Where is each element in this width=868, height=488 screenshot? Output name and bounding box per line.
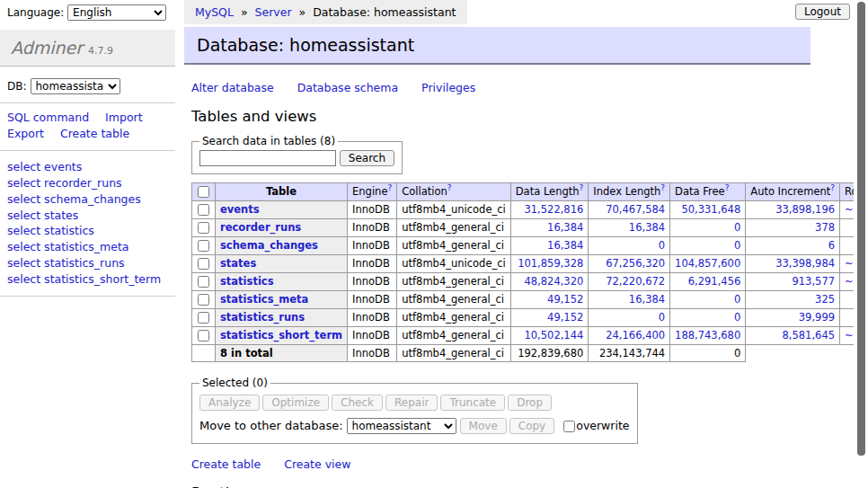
index-length-link[interactable]: 16,384 xyxy=(629,221,665,234)
scrollbar-track[interactable] xyxy=(854,0,868,488)
scrollbar-thumb[interactable] xyxy=(857,2,865,456)
index-length-link[interactable]: 0 xyxy=(659,311,665,324)
row-checkbox[interactable] xyxy=(198,240,209,252)
breadcrumb-link-mysql[interactable]: MySQL xyxy=(195,5,234,19)
index-length-link[interactable]: 72,220,672 xyxy=(606,275,665,288)
language-select[interactable]: English xyxy=(67,4,166,21)
overwrite-checkbox[interactable] xyxy=(563,421,575,432)
row-checkbox[interactable] xyxy=(198,222,209,234)
data-free-link[interactable]: 6,291,456 xyxy=(688,275,741,288)
search-button[interactable]: Search xyxy=(340,150,394,166)
move-button[interactable]: Move xyxy=(460,418,507,434)
help-icon[interactable]: ? xyxy=(580,183,584,192)
row-checkbox[interactable] xyxy=(198,258,209,270)
table-link[interactable]: schema_changes xyxy=(220,239,318,252)
search-input[interactable] xyxy=(199,150,336,166)
table-link[interactable]: statistics_meta xyxy=(220,293,308,306)
data-length-link[interactable]: 48,824,320 xyxy=(524,275,583,288)
copy-button[interactable]: Copy xyxy=(509,418,554,434)
sidebar-item-select-schema-changes[interactable]: select schema_changes xyxy=(7,191,168,208)
data-free-link[interactable]: 188,743,680 xyxy=(675,329,740,342)
sidebar-item-select-statistics-short-term[interactable]: select statistics_short_term xyxy=(7,271,168,288)
column-header-engine: Engine? xyxy=(348,183,397,201)
sidebar-item-select-states[interactable]: select states xyxy=(7,208,168,224)
breadcrumb: MySQL » Server » Database: homeassistant xyxy=(184,0,467,24)
data-length-link[interactable]: 10,502,144 xyxy=(524,329,583,342)
help-icon[interactable]: ? xyxy=(830,183,835,192)
sidebar-item-select-statistics-meta[interactable]: select statistics_meta xyxy=(7,239,168,255)
total-label: 8 in total xyxy=(216,345,348,362)
create-table-link[interactable]: Create table xyxy=(191,457,261,471)
row-checkbox[interactable] xyxy=(198,276,209,288)
adminer-version: 4.7.9 xyxy=(88,45,113,57)
check-button[interactable]: Check xyxy=(332,395,383,411)
auto-increment-link[interactable]: 913,577 xyxy=(792,275,835,288)
index-length-link[interactable]: 67,256,320 xyxy=(606,257,665,270)
help-icon[interactable]: ? xyxy=(387,183,392,192)
sidebar-link-sql-command[interactable]: SQL command xyxy=(7,111,89,124)
row-checkbox[interactable] xyxy=(198,294,209,306)
index-length-link[interactable]: 70,467,584 xyxy=(606,203,665,216)
table-link[interactable]: statistics_runs xyxy=(220,311,305,324)
total-collation: utf8mb4_general_ci xyxy=(397,345,511,362)
help-icon[interactable]: ? xyxy=(725,183,730,192)
db-select[interactable]: homeassistant xyxy=(31,78,120,94)
select-all-checkbox[interactable] xyxy=(198,186,209,198)
auto-increment-link[interactable]: 33,398,984 xyxy=(775,257,835,270)
sidebar-link-import[interactable]: Import xyxy=(105,111,143,124)
data-free-link[interactable]: 0 xyxy=(734,311,740,324)
alter-database-link[interactable]: Alter database xyxy=(191,81,274,94)
move-database-select[interactable]: homeassistant xyxy=(347,418,456,434)
row-checkbox[interactable] xyxy=(198,312,209,324)
data-length-link[interactable]: 31,522,816 xyxy=(524,203,583,216)
auto-increment-link[interactable]: 325 xyxy=(815,293,835,306)
data-free-link[interactable]: 0 xyxy=(734,221,740,234)
table-link[interactable]: events xyxy=(220,203,260,216)
data-free-link[interactable]: 50,331,648 xyxy=(681,203,740,216)
privileges-link[interactable]: Privileges xyxy=(421,81,475,94)
engine-cell: InnoDB xyxy=(348,237,397,255)
adminer-logo-name: Adminer xyxy=(11,38,83,58)
data-free-link[interactable]: 0 xyxy=(734,239,740,252)
sidebar-item-select-statistics[interactable]: select statistics xyxy=(7,223,168,239)
sidebar-item-select-recorder-runs[interactable]: select recorder_runs xyxy=(7,175,168,191)
sidebar-item-select-statistics-runs[interactable]: select statistics_runs xyxy=(7,255,168,271)
data-free-link[interactable]: 0 xyxy=(734,293,740,306)
create-view-link[interactable]: Create view xyxy=(284,457,350,471)
breadcrumb-link-server[interactable]: Server xyxy=(255,5,292,19)
auto-increment-link[interactable]: 378 xyxy=(815,221,835,234)
index-length-link[interactable]: 16,384 xyxy=(629,293,665,306)
data-length-link[interactable]: 16,384 xyxy=(547,239,583,252)
table-link[interactable]: statistics xyxy=(220,275,274,288)
sidebar-item-select-events[interactable]: select events xyxy=(7,159,168,175)
table-link[interactable]: statistics_short_term xyxy=(220,329,342,342)
index-length-link[interactable]: 0 xyxy=(659,239,665,252)
data-length-link[interactable]: 49,152 xyxy=(547,293,583,306)
auto-increment-link[interactable]: 33,898,196 xyxy=(775,203,835,216)
analyze-button[interactable]: Analyze xyxy=(199,395,260,411)
index-length-link[interactable]: 24,166,400 xyxy=(606,329,665,342)
auto-increment-link[interactable]: 8,581,645 xyxy=(783,329,836,342)
optimize-button[interactable]: Optimize xyxy=(262,395,329,411)
auto-increment-link[interactable]: 6 xyxy=(828,239,835,252)
database-schema-link[interactable]: Database schema xyxy=(297,81,398,94)
logout-button[interactable]: Logout xyxy=(795,4,850,20)
drop-button[interactable]: Drop xyxy=(508,395,552,411)
data-length-link[interactable]: 101,859,328 xyxy=(518,257,583,270)
sidebar-link-export[interactable]: Export xyxy=(7,127,44,140)
help-icon[interactable]: ? xyxy=(447,183,452,192)
data-length-link[interactable]: 49,152 xyxy=(547,311,583,324)
auto-increment-link[interactable]: 39,999 xyxy=(799,311,835,324)
engine-cell: InnoDB xyxy=(348,201,397,219)
table-link[interactable]: states xyxy=(220,257,256,270)
data-length-link[interactable]: 16,384 xyxy=(547,221,583,234)
row-checkbox[interactable] xyxy=(198,330,209,342)
data-free-link[interactable]: 104,857,600 xyxy=(675,257,740,270)
table-row: schema_changes InnoDB utf8mb4_general_ci… xyxy=(192,237,868,255)
help-icon[interactable]: ? xyxy=(660,183,665,192)
table-link[interactable]: recorder_runs xyxy=(220,221,301,234)
sidebar-link-create-table[interactable]: Create table xyxy=(60,127,129,140)
repair-button[interactable]: Repair xyxy=(385,395,438,411)
row-checkbox[interactable] xyxy=(198,204,209,216)
truncate-button[interactable]: Truncate xyxy=(440,395,505,411)
